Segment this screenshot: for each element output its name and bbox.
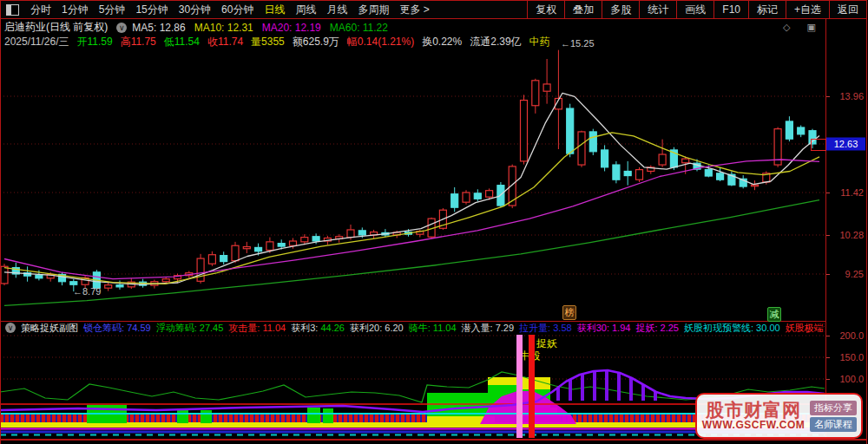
stat-item-10: 中药 xyxy=(529,35,550,49)
ind-field-0: 锁仓筹码: 74.59 xyxy=(83,322,151,334)
price-axis-label-1: 11.42 xyxy=(831,187,864,198)
period-item-3[interactable]: 15分钟 xyxy=(135,3,168,17)
watermark-badges: 指标分享名师课程 xyxy=(810,400,857,433)
window-layout-icon[interactable] xyxy=(6,4,19,16)
signal-bar-0 xyxy=(516,335,523,438)
ind-field-7: 拉升量: 3.58 xyxy=(519,322,572,334)
window-border-left xyxy=(0,0,1,444)
ind-field-label: 获利30: xyxy=(577,323,612,333)
action-item-4[interactable]: 画线 xyxy=(676,1,713,18)
stat-item-7: 幅0.14(1.21%) xyxy=(347,35,414,49)
period-item-2[interactable]: 5分钟 xyxy=(99,3,126,17)
period-item-8[interactable]: 月线 xyxy=(326,3,347,17)
ma-value-0: MA5: 12.86 xyxy=(132,22,185,34)
stat-item-6: 额625.9万 xyxy=(293,35,339,49)
stat-item-4: 收11.74 xyxy=(207,35,243,49)
action-item-1[interactable]: 叠加 xyxy=(564,1,602,18)
period-toolbar: 分时1分钟5分钟15分钟30分钟60分钟日线周线月线多周期更多 > 复权叠加多股… xyxy=(0,0,867,19)
ind-field-label: 锁仓筹码: xyxy=(83,323,127,333)
ma-value-3: MA60: 11.22 xyxy=(330,22,388,34)
action-item-8[interactable]: 返回 xyxy=(829,1,866,18)
ind-field-label: 骑牛: xyxy=(409,323,433,333)
stat-item-3: 低11.54 xyxy=(164,35,200,49)
ind-field-9: 捉妖: 2.25 xyxy=(635,322,679,334)
ind-field-label: 获利20: xyxy=(350,323,385,333)
period-item-10[interactable]: 更多 > xyxy=(399,3,429,17)
stat-item-9: 流通2.39亿 xyxy=(470,35,521,49)
last-price-tag: 12.63 xyxy=(826,138,865,151)
window-border-bottom xyxy=(0,439,867,441)
period-item-9[interactable]: 多周期 xyxy=(358,3,389,17)
ind-field-value: 3.58 xyxy=(553,323,571,333)
ma60-line xyxy=(4,200,819,306)
stat-item-5: 量5355 xyxy=(251,35,285,49)
period-item-1[interactable]: 1分钟 xyxy=(62,3,89,17)
stat-item-8: 换0.22% xyxy=(422,35,462,49)
indicator-axis-label-0: 200.0 xyxy=(831,330,864,341)
watermark-badge-1: 名师课程 xyxy=(810,417,857,432)
price-axis-label-0: 13.96 xyxy=(831,91,864,101)
ind-field-8: 获利30: 1.94 xyxy=(577,322,631,334)
period-item-5[interactable]: 60分钟 xyxy=(221,3,253,17)
toolbar-actions: 复权叠加多股统计画线F10标记+自选返回 xyxy=(527,1,866,18)
ind-field-label: 获利3: xyxy=(291,323,320,333)
period-menu: 分时1分钟5分钟15分钟30分钟60分钟日线周线月线多周期更多 > xyxy=(25,3,435,17)
ind-field-6: 潜入量: 7.29 xyxy=(462,322,515,334)
ind-field-value: 11.04 xyxy=(262,323,286,333)
ind-field-10: 妖股初现预警线: 30.00 xyxy=(684,322,780,334)
main-chart-canvas[interactable]: 捉妖牛股 xyxy=(0,0,868,444)
ma20-line xyxy=(4,160,819,279)
watermark-url: WWW.GSCFW.COM xyxy=(697,420,810,431)
info-bar: 启迪药业(日线 前复权) ∨ MA5: 12.86MA10: 12.31MA20… xyxy=(0,20,868,35)
action-item-0[interactable]: 复权 xyxy=(527,1,564,18)
ind-field-4: 获利20: 6.20 xyxy=(350,322,404,334)
action-item-7[interactable]: +自选 xyxy=(786,1,829,18)
ind-field-value: 6.20 xyxy=(385,323,403,333)
indicator-overlay-label-0: 捉妖 xyxy=(536,337,557,349)
axis-divider xyxy=(825,19,826,439)
price-annotation-1: ←8.79 xyxy=(73,286,101,297)
watermark-title: 股市财富网 xyxy=(697,401,810,420)
action-item-2[interactable]: 多股 xyxy=(602,1,639,18)
ind-field-value: 1.94 xyxy=(612,323,630,333)
price-axis-label-2: 10.28 xyxy=(831,230,864,240)
ma5-line xyxy=(4,93,819,284)
watermark: 股市财富网 WWW.GSCFW.COM 指标分享名师课程 xyxy=(695,393,863,439)
ind-field-1: 浮动筹码: 27.45 xyxy=(156,322,224,334)
ind-field-label: 浮动筹码: xyxy=(156,323,200,333)
ind-field-2: 攻击量: 11.04 xyxy=(228,322,286,334)
ind-field-value: 7.29 xyxy=(496,323,514,333)
ma10-line xyxy=(4,133,819,284)
action-item-6[interactable]: 标记 xyxy=(748,1,786,18)
action-item-3[interactable]: 统计 xyxy=(639,1,676,18)
event-badge-1[interactable]: 减 xyxy=(767,307,781,322)
ind-field-label: 潜入量: xyxy=(462,323,496,333)
indicator-fields: 锁仓筹码: 74.59浮动筹码: 27.45攻击量: 11.04获利3: 44.… xyxy=(83,322,825,334)
window-border-right xyxy=(866,0,867,444)
stat-item-1: 开11.59 xyxy=(77,35,113,49)
period-item-6[interactable]: 日线 xyxy=(264,3,285,17)
last-candle-marker xyxy=(811,139,826,151)
ind-field-label: 妖股初现预警线: xyxy=(684,323,756,333)
ma-value-1: MA10: 12.31 xyxy=(194,22,253,34)
watermark-badge-0: 指标分享 xyxy=(810,401,857,415)
ind-field-11: 妖股极端预警线: 5 xyxy=(786,322,825,334)
action-item-5[interactable]: F10 xyxy=(713,1,748,18)
candles xyxy=(1,50,816,291)
period-item-4[interactable]: 30分钟 xyxy=(179,3,211,17)
ind-field-5: 骑牛: 11.04 xyxy=(409,322,457,334)
period-item-0[interactable]: 分时 xyxy=(30,3,51,17)
ind-field-3: 获利3: 44.26 xyxy=(291,322,345,334)
signal-bar-1 xyxy=(529,335,535,438)
ind-field-value: 11.04 xyxy=(433,323,457,333)
indicator-axis-label-1: 150.0 xyxy=(831,352,864,362)
ind-field-label: 攻击量: xyxy=(228,323,262,333)
event-badge-0[interactable]: 榜 xyxy=(562,305,576,320)
period-item-7[interactable]: 周线 xyxy=(295,3,316,17)
indicator-chevron-icon[interactable]: ∨ xyxy=(5,323,16,333)
chart-corner-icons[interactable]: ◇ ▣ xyxy=(783,22,823,33)
chevron-down-icon[interactable]: ∨ xyxy=(116,23,127,33)
indicator-axis-label-2: 100.0 xyxy=(831,374,864,384)
stat-item-0: 2025/11/26/三 xyxy=(4,35,69,49)
indicator-title[interactable]: 策略捉妖副图 xyxy=(21,322,78,334)
